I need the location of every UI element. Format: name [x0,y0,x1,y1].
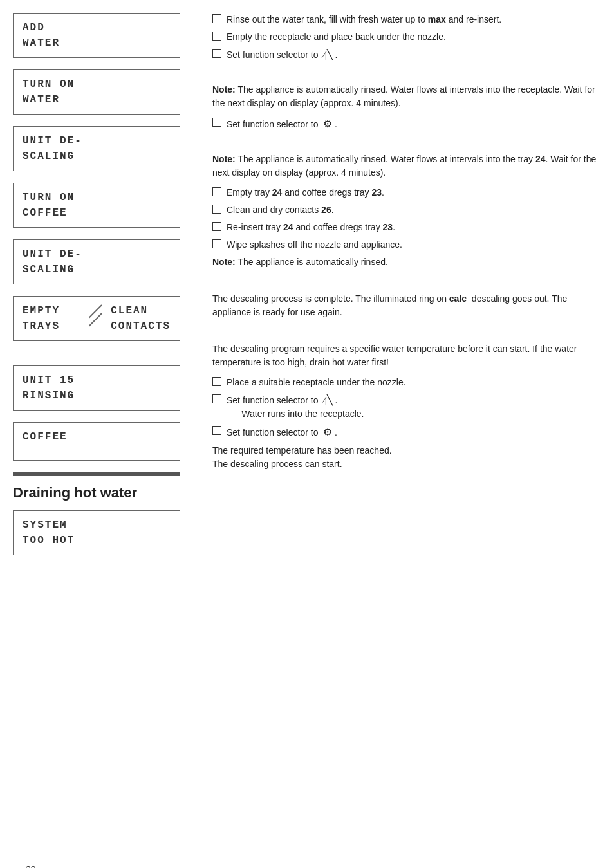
checklist-item: Wipe splashes off the nozzle and applian… [212,238,601,252]
temp-reached-text: The required temperature has been reache… [212,444,601,471]
checklist-item: Set function selector to ⁄|╲ . Water run… [212,393,601,421]
section-divider [13,472,180,476]
checklist-item: Empty the receptacle and place back unde… [212,30,601,44]
checklist-item: Empty tray 24 and coffee dregs tray 23. [212,186,601,199]
display-system-too-hot: SYSTEM TOO HOT [13,510,180,555]
checkbox-icon [212,14,221,23]
checklist-item: Re-insert tray 24 and coffee dregs tray … [212,221,601,234]
checkbox-icon [212,222,221,231]
section-descaling-complete: The descaling process is complete. The i… [212,292,601,326]
checkbox-icon [212,49,221,58]
display-split-divider [89,296,102,341]
display-unit-descaling-2: UNIT DE- SCALING [13,239,180,284]
checklist-item: Set function selector to ⚙ . [212,425,601,440]
descaling-complete-text: The descaling process is complete. The i… [212,292,601,319]
checklist-item: Place a suitable receptacle under the no… [212,376,601,389]
checklist-item: Set function selector to ⁄|╲ . [212,48,601,62]
section-heading-draining: Draining hot water [13,485,193,501]
display-empty-trays-clean-contacts: EMPTY TRAYS CLEAN CONTACTS [13,296,180,341]
note-auto-rinse-1: Note: The appliance is automatically rin… [212,83,601,110]
checkbox-icon [212,32,221,41]
checkbox-icon [212,187,221,196]
display-unit-descaling-1: UNIT DE- SCALING [13,126,180,171]
display-turn-on-coffee: TURN ON COFFEE [13,183,180,228]
checkbox-icon [212,426,221,435]
drain-hot-water-text: The descaling program requires a specifi… [212,342,601,369]
right-column: Rinse out the water tank, fill with fres… [206,13,601,567]
left-column: ADD WATER TURN ON WATER UNIT DE- SCALING… [13,13,206,567]
display-clean-contacts-text: CLEAN CONTACTS [102,296,180,341]
section-turn-on-water: Note: The appliance is automatically rin… [212,83,601,136]
checklist-item: Rinse out the water tank, fill with fres… [212,13,601,26]
checkbox-icon [212,205,221,214]
section-unit-descaling: Note: The appliance is automatically rin… [212,152,601,275]
display-turn-on-water: TURN ON WATER [13,69,180,115]
checklist-item: Set function selector to ⚙ . [212,116,601,132]
section-add-water: Rinse out the water tank, fill with fres… [212,13,601,66]
checkbox-icon [212,377,221,386]
checklist-item: Clean and dry contacts 26. [212,203,601,217]
display-empty-trays-text: EMPTY TRAYS [13,296,89,341]
checkbox-icon [212,394,221,403]
display-add-water: ADD WATER [13,13,180,58]
display-coffee: COFFEE [13,422,180,461]
note-auto-rinse-2: Note: The appliance is automatically rin… [212,152,601,180]
page-number: 30 [26,864,36,868]
section-draining-hot-water: The descaling program requires a specifi… [212,342,601,478]
checkbox-icon [212,118,221,127]
note-auto-rinse-3: Note: The appliance is automatically rin… [212,255,601,269]
checkbox-icon [212,239,221,248]
display-unit-rinsing: UNIT 15 RINSING [13,365,180,411]
